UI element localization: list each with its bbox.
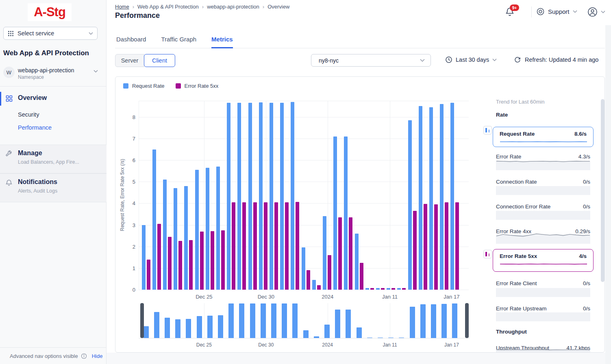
request-rate-bar[interactable] [397, 288, 401, 290]
account-menu[interactable] [587, 6, 605, 17]
sidebar-item-notifications[interactable]: Notifications Alerts, Audit Logs [0, 173, 107, 202]
support-label: Support [548, 8, 570, 15]
request-rate-bar[interactable] [419, 106, 422, 290]
server-toggle-button[interactable]: Server [115, 54, 144, 67]
brush-handle-left[interactable] [140, 303, 144, 338]
error-rate-5xx-bar[interactable] [296, 202, 299, 290]
error-rate-5xx-bar[interactable] [402, 288, 406, 290]
chevron-down-icon [492, 58, 497, 61]
error-rate-5xx-bar[interactable] [328, 255, 331, 290]
request-rate-bar[interactable] [450, 103, 454, 290]
error-rate-5xx-bar[interactable] [338, 217, 342, 290]
sidebar-item-manage[interactable]: Manage Load Balancers, App Fire... [0, 145, 107, 173]
brand-logo[interactable]: A-Stg [28, 3, 72, 21]
error-rate-5xx-bar[interactable] [317, 285, 321, 290]
error-rate-5xx-bar[interactable] [370, 288, 374, 290]
request-rate-bar[interactable] [184, 186, 188, 290]
error-rate-5xx-bar[interactable] [157, 224, 161, 290]
error-rate-5xx-bar[interactable] [178, 241, 182, 290]
error-rate-5xx-bar[interactable] [349, 217, 352, 290]
error-rate-5xx-bar[interactable] [413, 211, 417, 290]
error-rate-5xx-bar[interactable] [285, 202, 289, 290]
legend-label: Error Rate 5xx [185, 83, 219, 89]
request-rate-bar[interactable] [280, 103, 284, 290]
error-rate-5xx-bar[interactable] [221, 230, 225, 290]
error-rate-5xx-bar[interactable] [391, 288, 395, 290]
breadcrumb-home[interactable]: Home [115, 4, 129, 10]
client-toggle-button[interactable]: Client [144, 54, 175, 67]
error-rate-5xx-bar[interactable] [189, 240, 193, 290]
tab-dashboard[interactable]: Dashboard [116, 32, 146, 48]
request-rate-bar[interactable] [387, 288, 390, 290]
error-rate-5xx-bar[interactable] [360, 263, 363, 290]
breadcrumb-namespace[interactable]: webapp-api-protection [207, 4, 259, 10]
hide-nav-link[interactable]: Hide [92, 353, 103, 359]
request-rate-bar[interactable] [365, 288, 369, 290]
request-rate-bar[interactable] [152, 150, 156, 290]
mini-bar-chart-icon[interactable] [483, 250, 492, 258]
refresh-button[interactable]: Refresh: Updated 4 min ago [514, 56, 598, 63]
tab-traffic-graph[interactable]: Traffic Graph [161, 32, 196, 48]
request-rate-bar[interactable] [302, 247, 305, 290]
navigator-axis-tick: Dec 25 [196, 342, 212, 348]
request-rate-bar[interactable] [440, 104, 444, 290]
panel-scrollbar-thumb[interactable] [601, 99, 604, 282]
request-rate-bar[interactable] [333, 136, 337, 290]
request-rate-bar[interactable] [195, 170, 199, 290]
error-rate-5xx-bar[interactable] [232, 202, 235, 290]
error-rate-5xx-bar[interactable] [253, 202, 257, 290]
request-rate-bar[interactable] [227, 103, 230, 290]
request-rate-bar[interactable] [408, 120, 412, 290]
gridline [204, 303, 204, 338]
info-icon[interactable] [81, 353, 87, 359]
request-rate-bar[interactable] [174, 188, 177, 290]
error-rate-5xx-bar[interactable] [168, 237, 172, 290]
request-rate-bar[interactable] [142, 225, 146, 290]
sidebar-item-overview[interactable]: Overview [18, 94, 47, 102]
trend-card-error-rate-5xx[interactable]: Error Rate 5xx4/s [493, 249, 594, 272]
navigator-bar [346, 310, 351, 338]
request-rate-bar[interactable] [163, 180, 167, 290]
request-rate-bar[interactable] [291, 102, 294, 290]
select-service-dropdown[interactable]: Select service [3, 27, 98, 40]
error-rate-5xx-bar[interactable] [200, 232, 204, 290]
request-rate-bar[interactable] [216, 167, 220, 290]
request-rate-bar[interactable] [344, 136, 348, 290]
gridline [266, 303, 266, 338]
mini-bar-chart-icon[interactable] [483, 126, 492, 134]
namespace-chevron-icon[interactable] [93, 70, 98, 73]
error-rate-5xx-bar[interactable] [264, 202, 267, 290]
brush-handle-right[interactable] [465, 303, 469, 338]
breadcrumb-overview[interactable]: Overview [267, 4, 289, 10]
namespace-type-label: Namespace [18, 74, 44, 80]
tab-metrics[interactable]: Metrics [211, 32, 233, 48]
error-rate-5xx-bar[interactable] [242, 202, 246, 290]
breadcrumb-waap[interactable]: Web App & API Protection [137, 4, 199, 10]
error-rate-5xx-bar[interactable] [434, 204, 438, 290]
sidebar-item-security[interactable]: Security [18, 111, 39, 118]
error-rate-5xx-bar[interactable] [381, 288, 385, 290]
support-menu[interactable]: Support [536, 7, 577, 16]
request-rate-bar[interactable] [323, 216, 326, 290]
error-rate-5xx-bar[interactable] [307, 270, 310, 290]
request-rate-bar[interactable] [429, 107, 433, 290]
time-range-dropdown[interactable]: Last 30 days [445, 56, 497, 63]
request-rate-bar[interactable] [206, 168, 209, 290]
site-select-dropdown[interactable]: ny8-nyc [311, 54, 431, 67]
error-rate-5xx-bar[interactable] [445, 202, 448, 290]
error-rate-5xx-bar[interactable] [147, 260, 150, 290]
request-rate-bar[interactable] [237, 103, 241, 290]
error-rate-5xx-bar[interactable] [424, 204, 427, 290]
sidebar-item-performance[interactable]: Performance [18, 124, 52, 131]
request-rate-bar[interactable] [248, 103, 252, 290]
request-rate-bar[interactable] [312, 280, 316, 290]
request-rate-bar[interactable] [355, 234, 359, 290]
page-scrollbar-track[interactable] [605, 25, 611, 364]
error-rate-5xx-bar[interactable] [455, 202, 459, 290]
error-rate-5xx-bar[interactable] [211, 231, 214, 290]
error-rate-5xx-bar[interactable] [274, 202, 278, 290]
request-rate-bar[interactable] [270, 103, 273, 290]
trend-card-request-rate[interactable]: Request Rate8.6/s [493, 127, 594, 147]
request-rate-bar[interactable] [376, 288, 380, 290]
request-rate-bar[interactable] [259, 102, 263, 290]
